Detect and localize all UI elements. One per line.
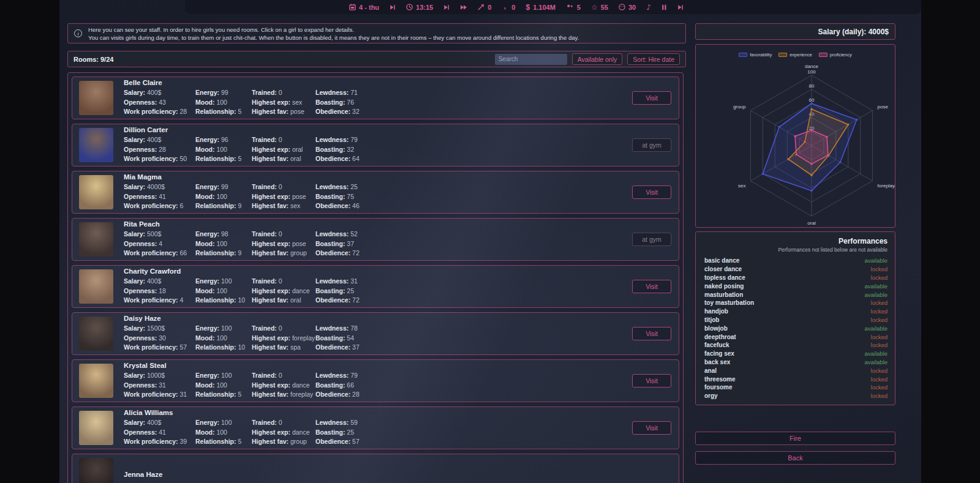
girl-row[interactable]: Charity CrawfordSalary: 400$Openness: 18…	[72, 265, 679, 308]
stat-mood: Mood: 100	[195, 99, 252, 108]
girl-row[interactable]: Rita PeachSalary: 500$Openness: 4Work pr…	[72, 218, 679, 261]
girl-avatar	[79, 269, 113, 304]
top-bar-value: 1.104M	[533, 4, 556, 11]
back-button[interactable]: Back	[695, 451, 895, 465]
girl-info: Mia MagmaSalary: 4000$Openness: 41Work p…	[124, 173, 360, 212]
performance-row: handjoblocked	[696, 307, 895, 316]
visit-button[interactable]: Visit	[632, 421, 671, 435]
girl-info: Krystal StealSalary: 1000$Openness: 31Wo…	[124, 361, 360, 400]
stat-obedience: Obedience: 46	[315, 202, 360, 212]
legend-label: favorability	[750, 52, 772, 58]
stat-openness: Openness: 4	[124, 240, 195, 250]
girl-row[interactable]: Krystal StealSalary: 1000$Openness: 31Wo…	[72, 359, 679, 402]
stat-relationship: Relationship: 5	[195, 391, 252, 400]
top-bar-item: 0	[478, 4, 491, 11]
performance-name: masturbation	[704, 291, 743, 298]
performance-name: naked posing	[704, 283, 744, 290]
search-input[interactable]	[495, 54, 567, 65]
music-note-icon[interactable]: ♪	[646, 4, 651, 11]
stat-lewdness: Lewdness: 59	[315, 419, 360, 429]
performance-name: facing sex	[704, 350, 734, 357]
performance-status: locked	[871, 316, 888, 323]
girl-stats: Salary: 4000$Openness: 41Work proficienc…	[124, 183, 360, 212]
girl-stats: Salary: 400$Openness: 18Work proficiency…	[124, 277, 360, 306]
performance-status: available	[865, 359, 888, 365]
girl-row[interactable]: Jenna Haze	[72, 454, 679, 483]
performance-row: titjoblocked	[696, 316, 895, 324]
performance-name: orgy	[704, 392, 718, 399]
girl-name: Jenna Haze	[124, 471, 162, 481]
top-bar-item	[662, 4, 667, 10]
girl-name: Krystal Steal	[124, 362, 360, 372]
visit-button[interactable]: Visit	[632, 327, 671, 340]
fast-forward-icon[interactable]	[460, 4, 467, 10]
performance-row: facing sexavailable	[696, 350, 895, 358]
legend-item-favorability: favorability	[739, 52, 772, 58]
top-bar-item	[390, 4, 396, 10]
stat-obedience: Obedience: 28	[315, 391, 360, 400]
stat-boasting: Boasting: 37	[315, 240, 360, 250]
girl-avatar	[79, 128, 113, 162]
stat-lewdness: Lewdness: 25	[315, 183, 360, 193]
stat-lewdness: Lewdness: 52	[315, 230, 360, 240]
stat-mood: Mood: 100	[195, 287, 252, 297]
pause-icon[interactable]	[662, 4, 667, 10]
girl-avatar	[79, 458, 113, 483]
top-bar-value: 0	[511, 4, 515, 11]
rooms-count-label: Rooms: 9/24	[74, 56, 113, 63]
visit-button[interactable]: Visit	[632, 91, 671, 105]
stat-salary: Salary: 1500$	[124, 324, 195, 334]
stat-trained: Trained: 0	[252, 372, 315, 381]
stat-relationship: Relationship: 5	[195, 438, 252, 447]
top-bar-item: 30	[619, 4, 636, 11]
top-status-items: 4 - thu13:1500$1.104M5☆5530♪	[349, 4, 684, 11]
girl-row[interactable]: Mia MagmaSalary: 4000$Openness: 41Work p…	[72, 171, 679, 214]
stat-energy: Energy: 96	[195, 136, 252, 146]
top-bar-item: 13:15	[406, 4, 433, 11]
performance-name: basic dance	[704, 257, 739, 264]
girl-name: Charity Crawford	[124, 268, 360, 277]
girl-row[interactable]: Belle ClaireSalary: 400$Openness: 43Work…	[72, 77, 679, 119]
stat-energy: Energy: 100	[195, 419, 252, 429]
stat-relationship: Relationship: 9	[195, 202, 252, 212]
skip-hour-icon[interactable]	[443, 4, 450, 10]
fire-button[interactable]: Fire	[695, 432, 895, 445]
girl-info: Belle ClaireSalary: 400$Openness: 43Work…	[124, 78, 360, 118]
visit-button[interactable]: Visit	[632, 374, 671, 388]
location-disabled-button: at gym	[632, 233, 671, 246]
info-line-1: Here you can see your staff. In order to…	[88, 26, 579, 34]
performance-name: back sex	[704, 359, 730, 365]
stat-trained: Trained: 0	[252, 419, 315, 429]
sort-button[interactable]: Sort: Hire date	[627, 53, 680, 65]
stat-highest-fav: Highest fav: group	[252, 249, 315, 259]
performance-name: anal	[704, 367, 717, 374]
stat-salary: Salary: 400$	[124, 277, 195, 287]
stat-energy: Energy: 99	[195, 183, 252, 193]
girl-row[interactable]: Dillion CarterSalary: 400$Openness: 28Wo…	[72, 124, 679, 167]
available-only-button[interactable]: Available only	[572, 53, 623, 65]
girl-row[interactable]: Daisy HazeSalary: 1500$Openness: 30Work …	[72, 312, 679, 355]
stat-trained: Trained: 0	[252, 277, 315, 287]
top-bar-item: 4 - thu	[349, 4, 379, 11]
girl-stats: Salary: 1500$Openness: 30Work proficienc…	[124, 324, 360, 353]
stat-obedience: Obedience: 57	[315, 438, 360, 447]
stat-boasting: Boasting: 25	[315, 429, 360, 438]
stat-trained: Trained: 0	[252, 183, 315, 193]
top-bar-value: 4 - thu	[359, 4, 379, 11]
girl-row[interactable]: Alicia WilliamsSalary: 400$Openness: 41W…	[72, 406, 679, 449]
top-bar-item: 0	[502, 4, 515, 11]
skip-day-icon[interactable]	[390, 4, 396, 10]
stat-work-proficiency: Work proficiency: 39	[124, 438, 195, 447]
stat-lewdness: Lewdness: 79	[315, 136, 360, 146]
legend-item-proficiency: proficiency	[819, 52, 852, 58]
performance-row: back sexavailable	[696, 358, 895, 367]
legend-swatch	[819, 53, 827, 57]
top-bar-item: ♪	[646, 4, 651, 11]
top-bar-value: 55	[601, 4, 608, 11]
skip-track-icon[interactable]	[677, 4, 684, 10]
top-bar-value: 30	[628, 4, 636, 11]
stat-obedience: Obedience: 64	[315, 155, 360, 165]
svg-text:group: group	[733, 104, 746, 110]
visit-button[interactable]: Visit	[632, 185, 671, 199]
visit-button[interactable]: Visit	[632, 280, 671, 293]
